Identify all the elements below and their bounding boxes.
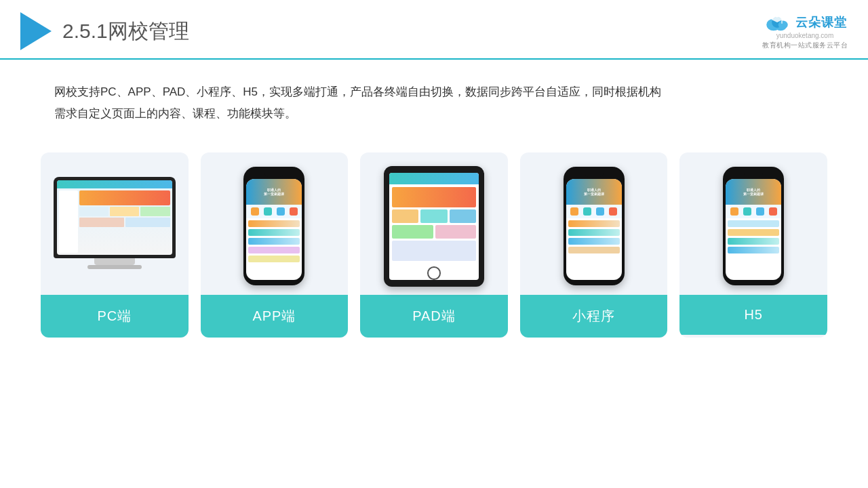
title-main: 网校管理 bbox=[108, 20, 189, 42]
card-pad: PAD端 bbox=[360, 152, 508, 338]
logo-domain: yunduoketang.com bbox=[776, 32, 834, 39]
tablet-pad-icon bbox=[384, 166, 484, 287]
card-pc-image bbox=[41, 152, 189, 295]
logo-text: 云朵课堂 bbox=[795, 14, 847, 30]
logo-cloud: 云朵课堂 bbox=[763, 13, 847, 32]
card-h5-label: H5 bbox=[679, 295, 827, 335]
phone-mini-icon: 职通人的第一堂刷题课 bbox=[564, 167, 625, 285]
card-h5: 职通人的第一堂刷题课 bbox=[679, 152, 827, 338]
card-app-label: APP端 bbox=[201, 295, 349, 338]
phone-app-icon: 职通人的第一堂刷题课 bbox=[243, 167, 304, 285]
logo-tagline: 教育机构一站式服务云平台 bbox=[762, 41, 848, 50]
pc-monitor-icon bbox=[54, 177, 176, 275]
play-icon bbox=[20, 12, 52, 50]
card-pad-image bbox=[360, 152, 508, 295]
header-left: 2.5.1网校管理 bbox=[20, 12, 189, 50]
svg-point-3 bbox=[778, 20, 788, 28]
card-mini-label: 小程序 bbox=[520, 295, 668, 338]
page-header: 2.5.1网校管理 云朵课堂 yunduoketang.com 教育机构一站式服… bbox=[0, 0, 868, 60]
card-app: 职通人的第一堂刷题课 bbox=[201, 152, 349, 338]
title-prefix: 2.5.1 bbox=[62, 20, 108, 42]
card-mini-image: 职通人的第一堂刷题课 bbox=[520, 152, 668, 295]
card-pc: PC端 bbox=[41, 152, 189, 338]
cloud-logo-icon bbox=[763, 13, 791, 32]
logo-area: 云朵课堂 yunduoketang.com 教育机构一站式服务云平台 bbox=[762, 13, 848, 50]
card-pad-label: PAD端 bbox=[360, 295, 508, 338]
card-h5-image: 职通人的第一堂刷题课 bbox=[679, 152, 827, 295]
card-app-image: 职通人的第一堂刷题课 bbox=[201, 152, 349, 295]
description-line2: 需求自定义页面上的内容、课程、功能模块等。 bbox=[54, 103, 814, 125]
description-block: 网校支持PC、APP、PAD、小程序、H5，实现多端打通，产品各终端自由切换，数… bbox=[0, 60, 868, 139]
card-pc-label: PC端 bbox=[41, 295, 189, 338]
card-mini: 职通人的第一堂刷题课 bbox=[520, 152, 668, 338]
platform-cards: PC端 职通人的第一堂刷题课 bbox=[0, 139, 868, 338]
svg-rect-5 bbox=[781, 19, 783, 23]
page-title: 2.5.1网校管理 bbox=[62, 18, 189, 45]
description-line1: 网校支持PC、APP、PAD、小程序、H5，实现多端打通，产品各终端自由切换，数… bbox=[54, 81, 814, 103]
phone-h5-icon: 职通人的第一堂刷题课 bbox=[723, 167, 784, 285]
